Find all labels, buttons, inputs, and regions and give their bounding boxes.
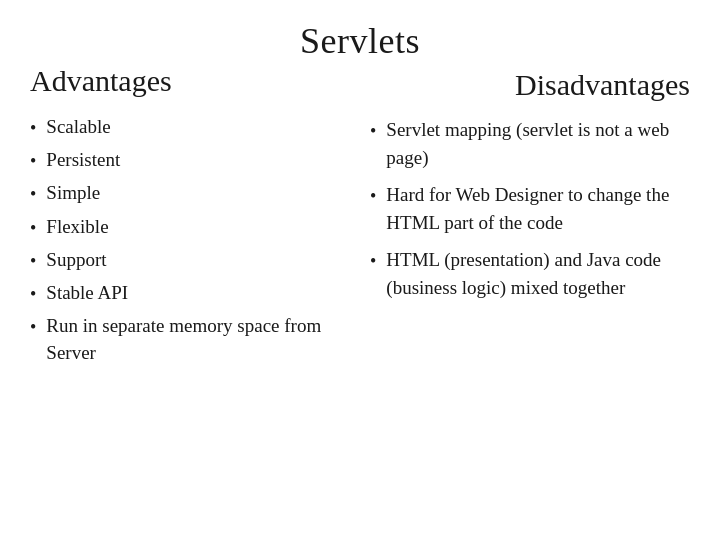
bullet-icon: • <box>30 216 36 241</box>
bullet-icon: • <box>30 116 36 141</box>
item-text: Flexible <box>46 214 340 241</box>
bullet-icon: • <box>30 182 36 207</box>
list-item: • Flexible <box>30 214 340 241</box>
advantages-list: • Scalable • Persistent • Simple • Flexi… <box>30 114 340 366</box>
bullet-icon: • <box>370 248 376 274</box>
item-text: Support <box>46 247 340 274</box>
disadvantages-heading: Disadvantages <box>370 68 690 102</box>
disadvantages-list: • Servlet mapping (servlet is not a web … <box>370 116 690 301</box>
item-text: HTML (presentation) and Java code (busin… <box>386 246 690 301</box>
list-item: • Hard for Web Designer to change the HT… <box>370 181 690 236</box>
list-item: • Stable API <box>30 280 340 307</box>
item-text: Hard for Web Designer to change the HTML… <box>386 181 690 236</box>
list-item: • Servlet mapping (servlet is not a web … <box>370 116 690 171</box>
item-text: Persistent <box>46 147 340 174</box>
list-item: • Run in separate memory space from Serv… <box>30 313 340 366</box>
columns: Advantages • Scalable • Persistent • Sim… <box>30 68 690 520</box>
bullet-icon: • <box>30 149 36 174</box>
list-item: • Support <box>30 247 340 274</box>
list-item: • Simple <box>30 180 340 207</box>
page: Servlets Advantages • Scalable • Persist… <box>0 0 720 540</box>
item-text: Scalable <box>46 114 340 141</box>
list-item: • Persistent <box>30 147 340 174</box>
list-item: • HTML (presentation) and Java code (bus… <box>370 246 690 301</box>
bullet-icon: • <box>370 183 376 209</box>
main-title: Servlets <box>30 20 690 62</box>
bullet-icon: • <box>30 249 36 274</box>
bullet-icon: • <box>30 315 36 340</box>
disadvantages-section: Disadvantages • Servlet mapping (servlet… <box>360 68 690 311</box>
item-text: Simple <box>46 180 340 207</box>
advantages-heading: Advantages <box>30 64 340 98</box>
bullet-icon: • <box>370 118 376 144</box>
item-text: Servlet mapping (servlet is not a web pa… <box>386 116 690 171</box>
item-text: Run in separate memory space from Server <box>46 313 340 366</box>
list-item: • Scalable <box>30 114 340 141</box>
item-text: Stable API <box>46 280 340 307</box>
bullet-icon: • <box>30 282 36 307</box>
advantages-section: Advantages • Scalable • Persistent • Sim… <box>30 68 360 372</box>
